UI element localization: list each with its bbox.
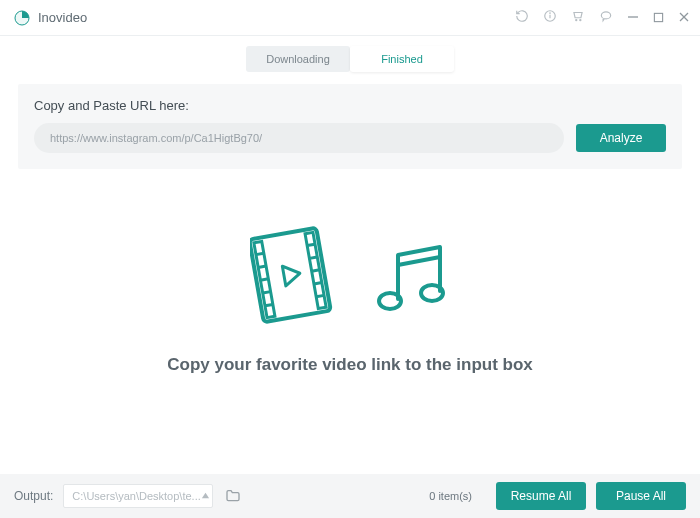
svg-point-6	[601, 11, 610, 18]
empty-message: Copy your favorite video link to the inp…	[167, 355, 533, 375]
chat-icon[interactable]	[599, 9, 613, 27]
chevron-up-icon	[201, 490, 210, 502]
analyze-button[interactable]: Analyze	[576, 124, 666, 152]
svg-rect-8	[654, 13, 662, 21]
pause-all-button[interactable]: Pause All	[596, 482, 686, 510]
svg-line-16	[260, 279, 268, 280]
svg-line-18	[265, 304, 273, 305]
svg-point-26	[379, 293, 401, 309]
titlebar: Inovideo	[0, 0, 700, 36]
resume-all-button[interactable]: Resume All	[496, 482, 586, 510]
svg-marker-28	[202, 493, 209, 498]
refresh-icon[interactable]	[515, 9, 529, 27]
svg-point-27	[421, 285, 443, 301]
maximize-icon[interactable]	[653, 9, 664, 27]
svg-line-19	[307, 244, 315, 245]
svg-line-25	[398, 257, 440, 265]
url-panel: Copy and Paste URL here: Analyze	[18, 84, 682, 169]
svg-line-17	[263, 292, 271, 293]
svg-line-14	[256, 253, 264, 254]
empty-state: Copy your favorite video link to the inp…	[0, 223, 700, 375]
svg-marker-24	[282, 263, 301, 285]
svg-line-21	[312, 270, 320, 271]
empty-illustration-icon	[250, 223, 450, 331]
window-controls	[515, 9, 690, 27]
svg-line-20	[309, 257, 317, 258]
open-folder-button[interactable]	[223, 486, 243, 506]
tab-finished[interactable]: Finished	[350, 46, 454, 72]
tab-downloading[interactable]: Downloading	[246, 46, 350, 72]
minimize-icon[interactable]	[627, 9, 639, 27]
cart-icon[interactable]	[571, 9, 585, 27]
item-count: 0 item(s)	[429, 490, 472, 502]
output-path-dropdown[interactable]: C:\Users\yan\Desktop\te...	[63, 484, 213, 508]
svg-point-4	[576, 19, 577, 20]
svg-point-5	[580, 19, 581, 20]
app-title: Inovideo	[38, 10, 87, 25]
app-logo-icon	[14, 10, 30, 26]
url-label: Copy and Paste URL here:	[34, 98, 666, 113]
svg-line-22	[314, 283, 322, 284]
svg-line-15	[258, 266, 266, 267]
output-path-text: C:\Users\yan\Desktop\te...	[72, 490, 200, 502]
bottom-bar: Output: C:\Users\yan\Desktop\te... 0 ite…	[0, 474, 700, 518]
svg-point-3	[550, 12, 551, 13]
svg-line-23	[316, 295, 324, 296]
close-icon[interactable]	[678, 9, 690, 27]
url-input[interactable]	[34, 123, 564, 153]
info-icon[interactable]	[543, 9, 557, 27]
output-label: Output:	[14, 489, 53, 503]
tab-bar: Downloading Finished	[0, 46, 700, 72]
